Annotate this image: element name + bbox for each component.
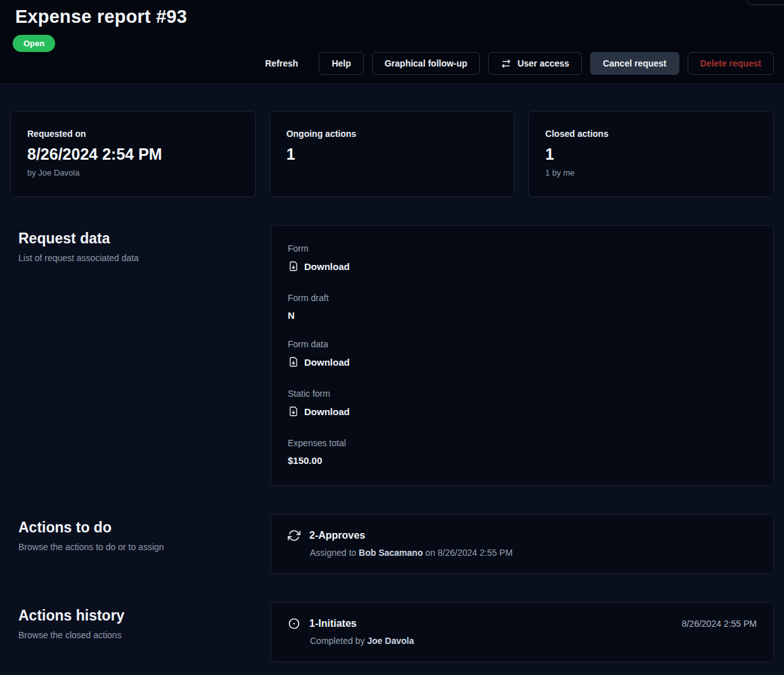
field-expenses-total-label: Expenses total [288,438,757,448]
ongoing-actions-count: 1 [286,145,498,164]
page-title: Expense report #93 [15,6,774,27]
cancel-request-button[interactable]: Cancel request [590,52,679,75]
field-form: Form Download [288,243,757,274]
actions-todo-section: Actions to do Browse the actions to do o… [10,514,774,574]
file-download-icon [288,406,299,417]
expense-report-page: Expense report #93 Open Refresh Help Gra… [0,0,784,675]
actions-history-section: Actions history Browse the closed action… [10,602,774,662]
action-history-item[interactable]: 1-Initiates 8/26/2024 2:55 PM Completed … [271,602,774,662]
main-content: Requested on 8/26/2024 2:54 PM by Joe Da… [0,111,784,662]
action-history-name: 1-Initiates [309,618,357,629]
closed-actions-card: Closed actions 1 1 by me [528,111,774,197]
corner-peek-element [745,0,784,5]
field-form-label: Form [288,243,757,254]
sync-icon [288,529,300,542]
actions-history-title: Actions history [18,607,258,624]
field-form-draft-value: N [288,310,757,321]
closed-actions-sub: 1 by me [545,168,757,177]
toolbar: Refresh Help Graphical follow-up User ac… [261,52,774,75]
actions-todo-subtitle: Browse the actions to do or to assign [18,542,258,552]
action-todo-item[interactable]: 2-Approves Assigned to Bob Sacamano on 8… [271,514,774,574]
user-access-button[interactable]: User access [488,52,582,75]
form-data-download-label: Download [304,357,350,368]
completed-prefix: Completed by [310,636,367,646]
swap-arrows-icon [501,58,511,69]
completed-by-name: Joe Davola [367,636,414,646]
target-circle-icon [288,617,300,630]
status-badge: Open [13,35,55,52]
stats-row: Requested on 8/26/2024 2:54 PM by Joe Da… [10,111,774,197]
requested-on-by: by Joe Davola [27,168,239,177]
file-download-icon [288,260,299,272]
static-form-download-label: Download [304,406,350,417]
actions-history-heading-block: Actions history Browse the closed action… [10,602,271,662]
on-word: on [423,548,437,558]
file-download-icon [288,356,299,368]
action-todo-name: 2-Approves [309,530,365,541]
ongoing-actions-label: Ongoing actions [286,129,498,139]
actions-todo-title: Actions to do [18,519,258,536]
actions-history-subtitle: Browse the closed actions [18,630,258,640]
field-expenses-total-value: $150.00 [288,455,757,466]
actions-todo-heading-block: Actions to do Browse the actions to do o… [10,514,271,574]
request-data-heading-block: Request data List of request associated … [10,225,271,486]
action-history-date: 8/26/2024 2:55 PM [682,619,757,629]
form-download-link[interactable]: Download [288,260,350,272]
field-form-draft-label: Form draft [288,293,757,303]
field-form-data-label: Form data [288,339,757,349]
field-form-draft: Form draft N [288,293,757,321]
help-button[interactable]: Help [319,52,363,75]
action-todo-assignment: Assigned to Bob Sacamano on 8/26/2024 2:… [310,548,757,558]
field-static-form: Static form Download [288,389,757,420]
delete-request-button[interactable]: Delete request [688,52,774,75]
user-access-label: User access [517,58,569,68]
header: Expense report #93 Open Refresh Help Gra… [0,0,784,84]
assigned-prefix: Assigned to [310,548,359,558]
assigned-date: 8/26/2024 2:55 PM [438,548,513,558]
request-data-subtitle: List of request associated data [18,253,258,263]
graphical-follow-up-button[interactable]: Graphical follow-up [372,52,480,75]
form-download-label: Download [304,261,350,272]
requested-on-value: 8/26/2024 2:54 PM [27,145,239,164]
ongoing-actions-card: Ongoing actions 1 [269,111,515,197]
static-form-download-link[interactable]: Download [288,406,350,417]
request-data-title: Request data [18,230,258,247]
request-data-panel: Form Download Form draf [271,225,774,486]
form-data-download-link[interactable]: Download [288,356,350,368]
assignee-name: Bob Sacamano [359,548,423,558]
field-form-data: Form data Download [288,339,757,370]
request-data-section: Request data List of request associated … [10,225,774,486]
action-history-completion: Completed by Joe Davola [310,636,757,646]
refresh-button[interactable]: Refresh [261,52,302,75]
requested-on-label: Requested on [27,129,239,139]
closed-actions-label: Closed actions [545,129,757,139]
field-static-form-label: Static form [288,389,757,399]
field-expenses-total: Expenses total $150.00 [288,438,757,466]
closed-actions-count: 1 [545,145,757,164]
requested-on-card: Requested on 8/26/2024 2:54 PM by Joe Da… [10,111,256,197]
